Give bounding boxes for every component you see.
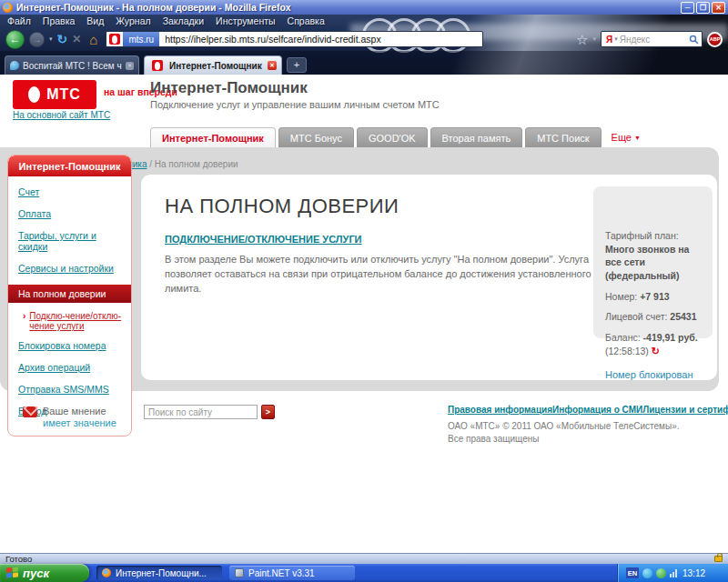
- menu-help[interactable]: Справка: [288, 15, 325, 26]
- menu-file[interactable]: Файл: [7, 15, 31, 26]
- browser-tab-2-active[interactable]: Интернет-Помощник - На полно... ✕: [144, 55, 282, 75]
- menu-history[interactable]: Журнал: [116, 15, 150, 26]
- balance-row: Баланс: -419,91 руб. (12:58:13) ↻: [605, 331, 701, 358]
- new-tab-button[interactable]: +: [287, 57, 307, 73]
- search-engine-dropdown-icon[interactable]: ▾: [614, 35, 618, 43]
- mts-favicon: [109, 34, 120, 45]
- opinion-text: Ваше мнение: [43, 406, 106, 416]
- ssl-lock-icon: [714, 556, 723, 562]
- web-search-input[interactable]: [620, 35, 689, 45]
- adblock-icon[interactable]: ABP: [707, 32, 723, 47]
- site-identity-button[interactable]: mts.ru: [123, 32, 159, 46]
- close-button[interactable]: ✕: [712, 2, 725, 14]
- more-link[interactable]: Еще ▼: [612, 127, 641, 147]
- main-site-link[interactable]: На основной сайт МТС: [13, 110, 110, 120]
- footer-link-legal[interactable]: Правовая информация: [448, 405, 552, 415]
- taskbar-task-paintnet[interactable]: Paint.NET v3.31: [229, 566, 355, 580]
- number-row: Номер: +7 913: [605, 290, 701, 304]
- tab-goodok[interactable]: GOOD'OK: [357, 127, 428, 147]
- network-signal-icon[interactable]: [670, 568, 677, 577]
- menu-bar: Файл Правка Вид Журнал Закладки Инструме…: [0, 15, 728, 27]
- personal-account-row: Лицевой счет: 25431: [605, 310, 701, 324]
- green-tray-icon[interactable]: [656, 568, 666, 578]
- tab-close-icon[interactable]: ✕: [268, 61, 277, 70]
- tariff-row: Тарифный план: Много звонков на все сети…: [605, 229, 701, 283]
- account-info-panel: Тарифный план: Много звонков на все сети…: [593, 186, 713, 338]
- skype-tray-icon[interactable]: [642, 568, 652, 578]
- sidebar-item-tariffs[interactable]: Тарифы, услуги и скидки: [18, 230, 121, 252]
- browser-tab-1[interactable]: Воспитай МТС ! Всем читать и писат... ✕: [5, 55, 139, 75]
- sidebar-title: Интернет-Помощник: [8, 156, 131, 176]
- system-tray: EN 13:12: [617, 564, 728, 582]
- restore-button[interactable]: ❐: [696, 2, 710, 14]
- history-dropdown-icon[interactable]: ▾: [49, 35, 53, 43]
- firefox-icon: [102, 568, 111, 577]
- arrow-bullet-icon: ›: [23, 311, 25, 331]
- paintnet-icon: [235, 568, 244, 577]
- menu-tools[interactable]: Инструменты: [216, 15, 275, 26]
- taskbar: пуск Интернет-Помощни... Paint.NET v3.31…: [0, 564, 728, 582]
- sidebar-item-account[interactable]: Счет: [18, 186, 121, 197]
- sidebar-item-services[interactable]: Сервисы и настройки: [18, 263, 121, 274]
- sidebar: Интернет-Помощник Счет Оплата Тарифы, ус…: [7, 155, 132, 436]
- page-subtitle: Подключение услуг и управление вашим лич…: [150, 99, 440, 110]
- service-tabs: Интернет-Помощник МТС Бонус GOOD'OK Втор…: [150, 127, 641, 147]
- sidebar-item-credit-active[interactable]: На полном доверии: [8, 285, 131, 303]
- status-bar: Готово: [0, 553, 728, 564]
- egg-icon: [28, 86, 40, 103]
- opinion-link[interactable]: имеет значение: [43, 417, 116, 428]
- number-blocked-link[interactable]: Номер блокирован: [605, 368, 693, 382]
- refresh-button[interactable]: ↻: [57, 33, 68, 45]
- envelope-icon[interactable]: [23, 406, 37, 417]
- sidebar-item-block-number[interactable]: Блокировка номера: [18, 340, 121, 351]
- sidebar-item-send-sms[interactable]: Отправка SMS/MMS: [18, 384, 121, 395]
- footer-link-licenses[interactable]: Лицензии и сертификаты: [642, 405, 728, 415]
- language-indicator[interactable]: EN: [626, 567, 639, 578]
- stop-button[interactable]: ✕: [72, 34, 81, 45]
- footer-right: Правовая информация Информация о СМИ Лиц…: [448, 405, 717, 446]
- status-text: Готово: [5, 554, 32, 564]
- minimize-button[interactable]: ─: [681, 2, 694, 14]
- window-title: Интернет-Помощник - На полном доверии - …: [16, 2, 679, 13]
- menu-bookmarks[interactable]: Закладки: [163, 15, 204, 26]
- url-text[interactable]: https://ihelper.sib.mts.ru/selfcare/indi…: [159, 34, 387, 45]
- tab-mts-bonus[interactable]: МТС Бонус: [278, 127, 354, 147]
- forward-button[interactable]: →: [29, 32, 45, 47]
- menu-edit[interactable]: Правка: [43, 15, 75, 26]
- footer-link-media[interactable]: Информация о СМИ: [552, 405, 642, 415]
- desktop: Интернет-Помощник - На полном доверии - …: [0, 0, 728, 582]
- taskbar-task-firefox[interactable]: Интернет-Помощни...: [96, 566, 222, 580]
- magnifier-icon[interactable]: [689, 35, 699, 45]
- clock: 13:12: [682, 568, 705, 578]
- browser-chrome: Интернет-Помощник - На полном доверии - …: [0, 0, 728, 75]
- sidebar-item-operations-archive[interactable]: Архив операций: [18, 362, 121, 373]
- bookmark-star-icon[interactable]: ☆: [576, 33, 588, 46]
- back-button[interactable]: ←: [5, 30, 25, 49]
- copyright: ОАО «МТС» © 2011 ОАО «Мобильные ТелеСист…: [448, 420, 717, 446]
- site-search-button[interactable]: >: [261, 405, 275, 419]
- navigation-toolbar: ← → ▾ ↻ ✕ ⌂ mts.ru https://ihelper.sib.m…: [0, 27, 728, 51]
- home-button[interactable]: ⌂: [89, 33, 97, 46]
- web-search-box[interactable]: Я ▾: [601, 31, 703, 47]
- tab-internet-helper[interactable]: Интернет-Помощник: [150, 127, 276, 147]
- windows-flag-icon: [6, 567, 18, 579]
- sidebar-item-payment[interactable]: Оплата: [18, 208, 121, 219]
- yandex-icon: Я: [604, 35, 614, 45]
- address-bar[interactable]: mts.ru https://ihelper.sib.mts.ru/selfca…: [106, 31, 483, 47]
- page-title: Интернет-Помощник: [150, 79, 308, 97]
- sidebar-list: Счет Оплата Тарифы, услуги и скидки Серв…: [8, 176, 131, 436]
- bookmark-dropdown-icon[interactable]: ▾: [592, 35, 596, 43]
- tab-second-memory[interactable]: Вторая память: [430, 127, 523, 147]
- page-viewport: МТС на шаг впереди На основной сайт МТС …: [0, 75, 728, 553]
- sidebar-subitem-toggle-service[interactable]: › Подклю-чение/отклю-чение услуги: [23, 311, 124, 331]
- mts-favicon: [152, 60, 163, 71]
- site-search-input[interactable]: [144, 405, 258, 419]
- refresh-balance-icon[interactable]: ↻: [652, 346, 660, 356]
- mts-logo[interactable]: МТС: [13, 80, 96, 109]
- menu-view[interactable]: Вид: [86, 15, 104, 26]
- start-button[interactable]: пуск: [0, 564, 89, 582]
- tab-mts-search[interactable]: МТС Поиск: [525, 127, 601, 147]
- toggle-service-link[interactable]: ПОДКЛЮЧЕНИЕ/ОТКЛЮЧЕНИЕ УСЛУГИ: [165, 234, 362, 245]
- service-description: В этом разделе Вы можете подключить или …: [165, 253, 592, 296]
- tab-close-icon[interactable]: ✕: [126, 62, 134, 70]
